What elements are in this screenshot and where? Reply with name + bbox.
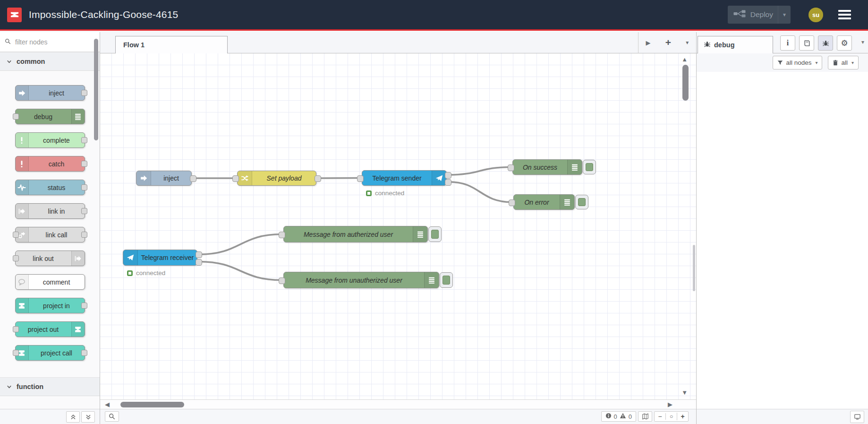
- palette-node-debug[interactable]: debug: [15, 109, 85, 124]
- input-port[interactable]: [232, 175, 239, 182]
- debug-enable-toggle[interactable]: [440, 272, 453, 288]
- deploy-button[interactable]: Deploy ▾: [728, 6, 791, 24]
- input-port[interactable]: [279, 232, 285, 238]
- wire-telegram-sender-to-on-success[interactable]: [449, 167, 511, 175]
- output-port-0[interactable]: [196, 251, 202, 258]
- chevron-down-icon: [7, 59, 12, 64]
- palette-node-link-out[interactable]: link out: [15, 251, 85, 266]
- flow-node-label: On success: [513, 160, 567, 174]
- palette-node-inject[interactable]: inject: [15, 85, 85, 101]
- palette-category-header-function[interactable]: function: [0, 377, 100, 396]
- panel-scrollbar-thumb[interactable]: [693, 245, 695, 291]
- palette-scrollbar-thumb[interactable]: [94, 39, 98, 140]
- input-port[interactable]: [13, 350, 19, 356]
- wire-telegram-receiver-to-msg-unauth[interactable]: [199, 262, 281, 280]
- output-port[interactable]: [81, 137, 87, 143]
- shuffle-icon: [238, 171, 252, 185]
- palette-node-link-call[interactable]: link call: [15, 227, 85, 242]
- wire-set-payload-to-telegram-sender[interactable]: [318, 178, 360, 179]
- info-tab-button[interactable]: i: [780, 35, 795, 51]
- output-port-0[interactable]: [190, 175, 196, 182]
- palette-node-label: status: [29, 180, 85, 195]
- input-port[interactable]: [13, 255, 19, 261]
- config-tab-button[interactable]: ⚙: [837, 35, 852, 51]
- debug-messages-panel[interactable]: [697, 72, 868, 409]
- canvas-scroll-left-icon[interactable]: ◀: [105, 401, 110, 407]
- input-port[interactable]: [509, 199, 515, 206]
- wire-telegram-sender-to-on-error[interactable]: [449, 182, 511, 202]
- canvas-hscrollbar-thumb[interactable]: [120, 402, 184, 407]
- flow-menu-caret[interactable]: ▾: [686, 39, 689, 46]
- zoom-in-button[interactable]: +: [677, 413, 688, 420]
- canvas-vscrollbar-thumb[interactable]: [682, 65, 689, 101]
- palette-node-catch[interactable]: catch: [15, 156, 85, 172]
- flow-node-on-error[interactable]: On error: [513, 194, 575, 210]
- palette-node-project-out[interactable]: project out: [15, 321, 85, 337]
- debug-clear-button[interactable]: all ▾: [828, 56, 859, 69]
- palette-node-link-in[interactable]: link in: [15, 203, 85, 219]
- zoom-out-button[interactable]: −: [655, 413, 665, 420]
- output-port-1[interactable]: [445, 179, 451, 186]
- input-port[interactable]: [13, 326, 19, 332]
- flow-node-set-payload[interactable]: Set payload: [237, 171, 316, 186]
- output-port[interactable]: [81, 350, 87, 356]
- palette-filter-input[interactable]: [14, 38, 87, 46]
- canvas-search-button[interactable]: [105, 411, 119, 422]
- navigator-button[interactable]: [638, 411, 652, 422]
- main-menu-icon[interactable]: [838, 10, 851, 19]
- flow-node-on-success[interactable]: On success: [512, 159, 582, 175]
- flow-node-msg-auth[interactable]: Message from autherized user: [283, 226, 428, 242]
- flow-node-inject[interactable]: inject: [136, 171, 192, 186]
- tab-debug[interactable]: debug: [698, 36, 773, 53]
- output-port[interactable]: [81, 161, 87, 167]
- debug-tab-button[interactable]: [818, 35, 833, 51]
- palette-node-project-call[interactable]: project call: [15, 345, 85, 361]
- palette-node-project-in[interactable]: project in: [15, 298, 85, 313]
- output-port[interactable]: [81, 208, 87, 214]
- flow-node-msg-unauth[interactable]: Message from unautherized user: [283, 272, 439, 288]
- flow-status-counts[interactable]: 0 0: [601, 411, 636, 422]
- palette-node-status[interactable]: status: [15, 180, 85, 195]
- input-port[interactable]: [357, 175, 364, 182]
- palette-collapse-all-button[interactable]: [66, 411, 80, 423]
- canvas-scroll-right-icon[interactable]: ▶: [668, 401, 672, 407]
- help-tab-button[interactable]: [799, 35, 814, 51]
- debug-filter-button[interactable]: all nodes ▾: [773, 56, 822, 69]
- flow-node-telegram-sender[interactable]: Telegram senderconnected: [362, 170, 447, 186]
- sidebar-menu-caret[interactable]: ▾: [861, 39, 864, 45]
- debug-enable-toggle[interactable]: [428, 226, 442, 242]
- input-port[interactable]: [508, 164, 514, 171]
- output-port[interactable]: [81, 184, 87, 190]
- add-flow-button[interactable]: +: [665, 37, 671, 48]
- tab-flow-1[interactable]: Flow 1: [115, 36, 228, 53]
- debug-enable-toggle[interactable]: [575, 195, 588, 209]
- palette-node-comment[interactable]: comment: [15, 274, 85, 290]
- debug-enable-toggle[interactable]: [583, 160, 596, 174]
- flow-node-telegram-receiver[interactable]: Telegram receiverconnected: [123, 250, 197, 266]
- flow-list-icon[interactable]: ▶: [646, 40, 651, 46]
- output-port-0[interactable]: [315, 175, 321, 182]
- zoom-reset-button[interactable]: ○: [665, 413, 677, 420]
- input-port[interactable]: [13, 232, 19, 238]
- node-status: connected: [366, 190, 404, 197]
- output-port-0[interactable]: [445, 172, 451, 179]
- input-port[interactable]: [13, 113, 19, 120]
- output-port[interactable]: [81, 303, 87, 309]
- input-port[interactable]: [279, 277, 285, 284]
- palette-node-complete[interactable]: complete: [15, 132, 85, 148]
- funnel-icon: [777, 60, 783, 66]
- deploy-options-caret[interactable]: ▾: [778, 6, 791, 24]
- wire-telegram-receiver-to-msg-auth[interactable]: [199, 234, 281, 255]
- canvas-scroll-down-icon[interactable]: ▼: [681, 389, 688, 396]
- canvas-scroll-up-icon[interactable]: ▲: [681, 56, 688, 62]
- palette-expand-all-button[interactable]: [81, 411, 95, 423]
- output-port[interactable]: [81, 232, 87, 238]
- palette-footer: [0, 409, 100, 424]
- output-port-1[interactable]: [196, 259, 202, 266]
- open-in-window-button[interactable]: [850, 411, 864, 423]
- flow-canvas[interactable]: ▲ ▼ injectSet payloadTelegram senderconn…: [100, 53, 696, 399]
- palette-category-header-common[interactable]: common: [0, 52, 100, 71]
- avatar[interactable]: su: [808, 8, 823, 22]
- output-port[interactable]: [81, 90, 87, 96]
- palette-category-common: commoninjectdebugcompletecatchstatuslink…: [0, 52, 100, 377]
